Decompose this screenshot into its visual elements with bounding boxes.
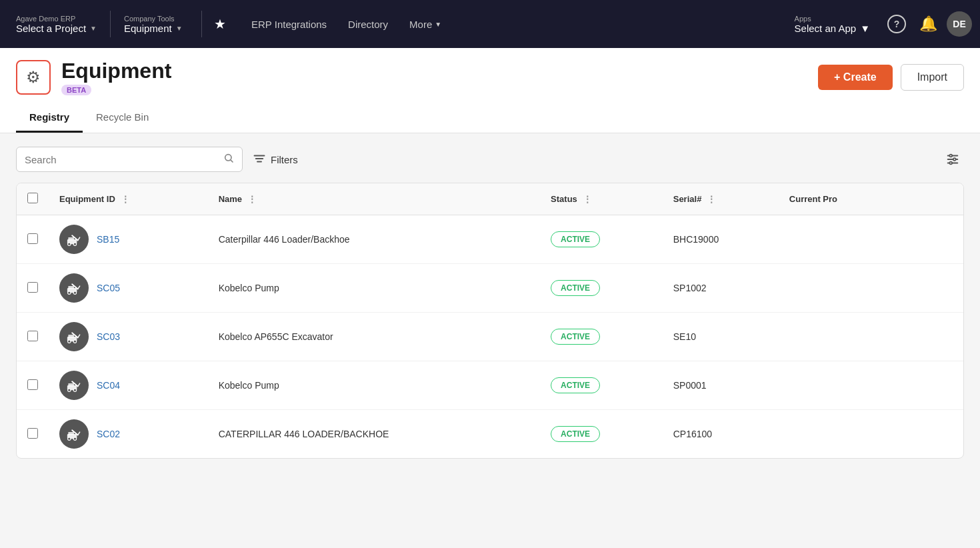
nav-divider-1 xyxy=(110,11,111,37)
row-serial-cell-0: BHC19000 xyxy=(663,215,779,264)
row-checkbox-cell xyxy=(17,361,49,410)
tab-recycle-bin[interactable]: Recycle Bin xyxy=(83,103,162,133)
svg-rect-36 xyxy=(68,432,74,435)
svg-point-38 xyxy=(73,437,76,440)
bell-icon: 🔔 xyxy=(919,15,937,33)
row-status-cell-1: ACTIVE xyxy=(540,264,663,313)
row-name-cell-4: CATERPILLAR 446 LOADER/BACKHOE xyxy=(208,410,540,459)
row-equipment-id-cell: SC05 xyxy=(49,264,208,313)
project-selector[interactable]: Agave Demo ERP Select a Project ▼ xyxy=(8,11,105,38)
adjust-icon xyxy=(945,152,960,167)
svg-rect-30 xyxy=(68,383,74,386)
create-button[interactable]: + Create xyxy=(818,65,893,90)
table-row: SC03 Kobelco AP655C Excavator ACTIVE SE1… xyxy=(17,313,963,361)
filters-button[interactable]: Filters xyxy=(253,153,298,166)
row-current-pro-cell-4 xyxy=(779,410,963,459)
gear-icon: ⚙ xyxy=(26,68,41,87)
equipment-id-link-1[interactable]: SC05 xyxy=(97,283,120,293)
serial-col-menu-icon[interactable]: ⋮ xyxy=(707,194,716,205)
apps-selector[interactable]: Apps Select an App ▼ xyxy=(787,11,878,38)
row-checkbox-2[interactable] xyxy=(27,331,38,341)
equipment-id-link-0[interactable]: SB15 xyxy=(97,234,119,245)
row-serial-cell-3: SP0001 xyxy=(663,361,779,410)
equipment-icon-2 xyxy=(59,322,89,351)
svg-rect-12 xyxy=(68,237,74,240)
svg-rect-18 xyxy=(68,286,74,289)
svg-line-22 xyxy=(78,286,80,289)
row-serial-cell-4: CP16100 xyxy=(663,410,779,459)
settings-button[interactable]: ⚙ xyxy=(16,60,51,95)
status-badge-1: ACTIVE xyxy=(551,280,600,296)
tab-registry[interactable]: Registry xyxy=(16,103,83,133)
favorites-button[interactable]: ★ xyxy=(207,12,233,36)
row-checkbox-cell xyxy=(17,313,49,361)
project-chevron-icon: ▼ xyxy=(90,25,97,32)
notifications-button[interactable]: 🔔 xyxy=(915,11,941,37)
row-equipment-id-cell: SC04 xyxy=(49,361,208,410)
user-avatar[interactable]: DE xyxy=(947,11,972,37)
directory-link[interactable]: Directory xyxy=(337,13,399,35)
erp-integrations-link[interactable]: ERP Integrations xyxy=(241,13,337,35)
svg-point-10 xyxy=(949,162,952,165)
project-select-label: Select a Project ▼ xyxy=(16,23,97,34)
tools-select-label: Equipment ▼ xyxy=(124,23,183,34)
row-status-cell-4: ACTIVE xyxy=(540,410,663,459)
page-header-top: ⚙ Equipment BETA + Create Import xyxy=(16,59,964,95)
name-col-menu-icon[interactable]: ⋮ xyxy=(247,194,257,205)
row-status-cell-2: ACTIVE xyxy=(540,313,663,361)
row-current-pro-cell-0 xyxy=(779,215,963,264)
row-status-cell-0: ACTIVE xyxy=(540,215,663,264)
svg-point-32 xyxy=(73,389,76,391)
column-adjust-button[interactable] xyxy=(941,148,964,171)
nav-links: ERP Integrations Directory More ▼ xyxy=(241,13,784,35)
equipment-id-link-4[interactable]: SC02 xyxy=(97,429,120,439)
company-tools-selector[interactable]: Company Tools Equipment ▼ xyxy=(116,11,196,38)
help-button[interactable]: ? xyxy=(883,11,910,37)
equipment-id-link-3[interactable]: SC04 xyxy=(97,380,120,391)
row-name-cell-3: Kobelco Pump xyxy=(208,361,540,410)
apps-select-label: Select an App ▼ xyxy=(795,23,870,34)
svg-rect-24 xyxy=(68,335,74,337)
svg-point-9 xyxy=(953,158,956,161)
row-current-pro-cell-3 xyxy=(779,361,963,410)
row-status-cell-3: ACTIVE xyxy=(540,361,663,410)
row-checkbox-1[interactable] xyxy=(27,282,38,293)
row-equipment-id-cell: SB15 xyxy=(49,215,208,264)
svg-line-28 xyxy=(78,335,80,337)
svg-point-8 xyxy=(949,155,952,157)
row-serial-cell-2: SE10 xyxy=(663,313,779,361)
select-all-checkbox[interactable] xyxy=(27,193,38,203)
svg-line-1 xyxy=(231,160,233,162)
row-checkbox-3[interactable] xyxy=(27,379,38,390)
header-actions: + Create Import xyxy=(818,64,964,91)
status-badge-3: ACTIVE xyxy=(551,377,600,393)
svg-point-20 xyxy=(73,291,76,294)
status-col-menu-icon[interactable]: ⋮ xyxy=(583,194,592,205)
equipment-id-link-2[interactable]: SC03 xyxy=(97,331,120,342)
search-box xyxy=(16,147,243,172)
equipment-table-container: Equipment ID ⋮ Name ⋮ Status ⋮ xyxy=(16,183,964,459)
svg-line-34 xyxy=(78,383,80,386)
svg-line-40 xyxy=(78,432,80,435)
search-filter-row: Filters xyxy=(16,147,964,172)
row-checkbox-cell xyxy=(17,215,49,264)
search-input[interactable] xyxy=(25,154,218,165)
row-checkbox-4[interactable] xyxy=(27,428,38,439)
status-badge-4: ACTIVE xyxy=(551,426,600,442)
filter-icon xyxy=(253,153,265,166)
row-checkbox-0[interactable] xyxy=(27,233,38,244)
import-button[interactable]: Import xyxy=(901,64,964,91)
apps-chevron-icon: ▼ xyxy=(860,23,870,34)
table-row: SC02 CATERPILLAR 446 LOADER/BACKHOE ACTI… xyxy=(17,410,963,459)
top-navigation: Agave Demo ERP Select a Project ▼ Compan… xyxy=(0,0,980,48)
search-icon xyxy=(223,153,234,166)
project-label: Agave Demo ERP xyxy=(16,15,75,23)
equipment-id-col-menu-icon[interactable]: ⋮ xyxy=(121,194,130,205)
svg-line-16 xyxy=(78,237,80,240)
select-all-header[interactable] xyxy=(17,183,49,215)
page-tabs: Registry Recycle Bin xyxy=(16,103,964,133)
col-header-name: Name ⋮ xyxy=(208,183,540,215)
row-name-cell-2: Kobelco AP655C Excavator xyxy=(208,313,540,361)
equipment-table: Equipment ID ⋮ Name ⋮ Status ⋮ xyxy=(17,183,963,458)
more-link[interactable]: More ▼ xyxy=(399,13,452,35)
